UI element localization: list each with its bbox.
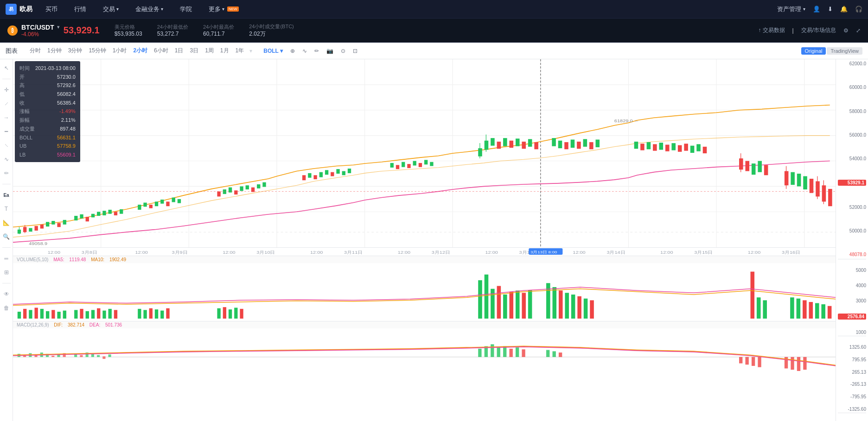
- nav-finance[interactable]: 金融业务 ▾: [132, 3, 167, 15]
- grid-tool[interactable]: ⊞: [1, 267, 12, 277]
- tf-1y[interactable]: 1年: [233, 45, 247, 56]
- tf-1w[interactable]: 1周: [202, 45, 217, 56]
- tf-6h[interactable]: 6小时: [151, 45, 171, 56]
- settings-icon[interactable]: ⚙: [843, 27, 849, 34]
- nav-trade[interactable]: 交易 ▾: [99, 3, 122, 15]
- screenshot-tool[interactable]: 📷: [325, 47, 335, 55]
- svg-rect-91: [634, 142, 638, 149]
- boll-indicator[interactable]: BOLL ▾: [262, 47, 285, 55]
- tf-1m[interactable]: 1分钟: [45, 45, 64, 56]
- ray-tool[interactable]: →: [1, 113, 12, 123]
- tf-15m[interactable]: 15分钟: [86, 45, 108, 56]
- svg-rect-221: [516, 347, 519, 357]
- amplitude-value: 2.11%: [61, 116, 76, 125]
- horizontal-line-tool[interactable]: ━: [1, 126, 12, 137]
- tf-2h[interactable]: 2小时: [130, 45, 150, 56]
- nav-support[interactable]: 🎧: [855, 6, 862, 13]
- vol-current: 2576.84: [838, 314, 866, 320]
- tf-1mo[interactable]: 1月: [217, 45, 232, 56]
- svg-rect-170: [240, 309, 243, 319]
- volume24h-group: 24小时成交量(BTC) 2.02万: [249, 23, 294, 38]
- market-info-link[interactable]: 交易/市场信息: [801, 26, 836, 34]
- svg-rect-196: [821, 304, 825, 319]
- btc-icon: ₿: [7, 25, 18, 36]
- svg-rect-96: [665, 145, 670, 151]
- low24h-value: 53,272.7: [157, 31, 188, 37]
- nav-market[interactable]: 行情: [70, 3, 90, 15]
- chart-area[interactable]: 61829.0 ← 49058.9 12:00 3月8日 12:00 3月9日: [13, 59, 836, 421]
- svg-rect-180: [546, 283, 550, 319]
- tradingview-btn[interactable]: TradingView: [827, 47, 862, 55]
- crosshair-tool-icon[interactable]: ✛: [1, 85, 12, 95]
- trade-data-link[interactable]: ↑ 交易数据: [758, 26, 785, 34]
- svg-text:12:00: 12:00: [748, 250, 761, 255]
- svg-rect-89: [589, 142, 594, 149]
- draw-tool[interactable]: ✏: [313, 47, 321, 55]
- original-view-btn[interactable]: Original: [801, 47, 826, 55]
- svg-rect-41: [160, 200, 164, 204]
- cursor-tool[interactable]: ↖: [1, 63, 12, 73]
- magnet-tool-icon[interactable]: ═: [1, 253, 12, 264]
- nav-more[interactable]: 更多 ▾: [205, 3, 243, 15]
- magnet-tool[interactable]: ⊙: [339, 47, 347, 55]
- svg-rect-42: [166, 201, 169, 206]
- time-value: 2021-03-13 08:00: [35, 64, 76, 73]
- svg-text:3月14日: 3月14日: [606, 250, 625, 255]
- tf-3d[interactable]: 3日: [187, 45, 201, 56]
- svg-rect-76: [497, 142, 501, 149]
- nav-asset-management[interactable]: 资产管理 ▾: [777, 5, 805, 13]
- crosshair-tool[interactable]: ⊡: [351, 47, 359, 55]
- nav-notifications[interactable]: 🔔: [840, 6, 848, 13]
- svg-text:3月11日: 3月11日: [344, 250, 363, 255]
- tf-1d[interactable]: 1日: [172, 45, 186, 56]
- wave-tool[interactable]: ∿: [300, 47, 309, 55]
- svg-rect-102: [703, 147, 707, 153]
- macd-dea-value: 501.736: [105, 322, 122, 327]
- svg-rect-36: [120, 209, 123, 214]
- high-label: 高: [19, 81, 25, 90]
- nav-academy[interactable]: 学院: [176, 3, 196, 15]
- zoom-tool[interactable]: 🔍: [1, 232, 12, 242]
- nav-buy[interactable]: 买币: [42, 3, 61, 15]
- svg-rect-54: [302, 175, 306, 180]
- ea-tool[interactable]: Ea: [1, 190, 12, 200]
- svg-rect-27: [63, 220, 66, 225]
- wave-line-tool[interactable]: ∿: [1, 154, 12, 164]
- delete-tool[interactable]: 🗑: [1, 303, 12, 313]
- svg-rect-165: [166, 308, 169, 319]
- diagonal-line-tool[interactable]: ⟍: [1, 140, 12, 151]
- tf-1h[interactable]: 1小时: [110, 45, 130, 56]
- measure-tool[interactable]: 📐: [1, 218, 12, 228]
- svg-text:12:00: 12:00: [135, 250, 148, 255]
- symbol-name-group: BTC/USDT ▾ -4.06%: [21, 24, 60, 38]
- svg-rect-52: [257, 184, 260, 189]
- tf-separator: ▾: [249, 48, 252, 54]
- tf-fen[interactable]: 分时: [27, 45, 44, 56]
- eye-tool[interactable]: 👁: [1, 289, 12, 299]
- nav-download[interactable]: ⬇: [828, 6, 833, 13]
- fullscreen-icon[interactable]: ⤢: [856, 27, 861, 34]
- nav-right-group: 资产管理 ▾ 👤 ⬇ 🔔 🎧: [777, 5, 862, 13]
- nav-trade-chevron: ▾: [116, 6, 119, 12]
- volume-panel: VOLUME(5,10) MA5: 1119.48 MA10: 1902.49: [13, 256, 836, 321]
- logo[interactable]: 易 欧易: [6, 4, 32, 15]
- nav-profile[interactable]: 👤: [813, 6, 820, 13]
- svg-rect-77: [503, 138, 507, 146]
- tf-3m[interactable]: 3分钟: [65, 45, 85, 56]
- volume-label: VOLUME(5,10): [17, 257, 48, 262]
- svg-rect-23: [40, 225, 44, 229]
- volume-ma5-label: MA5:: [53, 257, 64, 262]
- pen-tool[interactable]: ✏: [1, 168, 12, 178]
- lb-label: LB: [19, 151, 26, 159]
- svg-rect-39: [149, 205, 153, 208]
- symbol-info[interactable]: ₿ BTC/USDT ▾ -4.06% 53,929.1: [7, 24, 100, 38]
- volume-label: 成交量: [19, 125, 35, 133]
- trend-line-tool[interactable]: ⟋: [1, 99, 12, 109]
- svg-text:12:00: 12:00: [223, 250, 236, 255]
- text-tool[interactable]: T: [1, 204, 12, 214]
- add-indicator[interactable]: ⊕: [288, 47, 297, 55]
- symbol-dropdown[interactable]: ▾: [57, 24, 60, 30]
- lb-value: 55609.1: [57, 151, 76, 159]
- close-value: 56385.4: [57, 99, 76, 107]
- svg-rect-166: [217, 308, 220, 319]
